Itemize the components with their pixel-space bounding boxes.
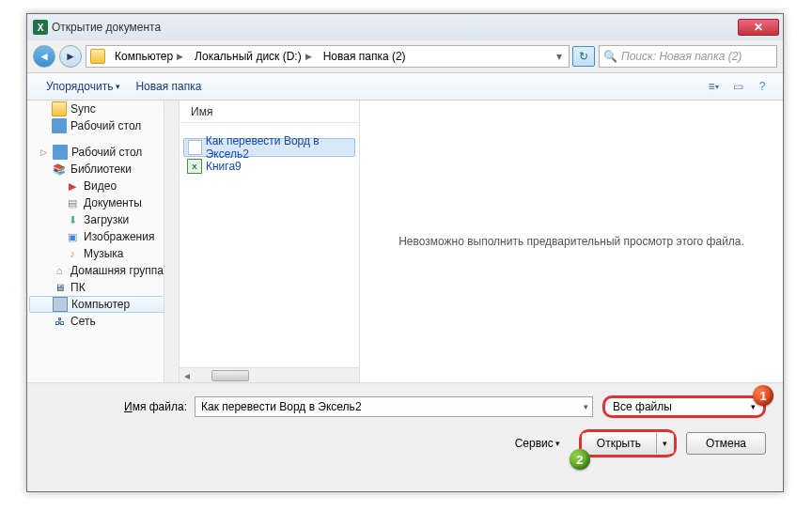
sidebar-item-images[interactable]: ▣Изображения — [27, 228, 179, 245]
breadcrumb-seg-1[interactable]: Локальный диск (D:) ▶ — [189, 50, 318, 63]
toolbar: Упорядочить ▾ Новая папка ≡ ▾ ▭ ? — [27, 72, 783, 101]
chevron-down-icon[interactable]: ▾ — [584, 402, 588, 411]
images-icon: ▣ — [65, 229, 80, 244]
sidebar-item-computer[interactable]: Компьютер — [29, 296, 177, 313]
refresh-button[interactable]: ↻ — [572, 46, 595, 67]
desktop-icon — [52, 118, 67, 133]
sidebar-item-sync[interactable]: Sync — [27, 101, 179, 117]
scrollbar-thumb[interactable] — [211, 370, 249, 381]
sidebar-item-libraries[interactable]: 📚Библиотеки — [27, 161, 179, 178]
pc-icon: 🖥 — [52, 280, 67, 295]
sidebar-group-desktop[interactable]: ▷Рабочий стол — [27, 144, 179, 161]
breadcrumb-seg-2[interactable]: Новая папка (2) — [318, 50, 412, 63]
forward-button[interactable]: ► — [59, 45, 82, 68]
downloads-icon: ⬇ — [65, 212, 80, 227]
sidebar-item-pc[interactable]: 🖥ПК — [27, 279, 179, 296]
breadcrumb[interactable]: Компьютер ▶ Локальный диск (D:) ▶ Новая … — [86, 45, 570, 68]
computer-icon — [53, 297, 68, 312]
annotation-badge-1: 1 — [753, 385, 773, 406]
excel-app-icon: X — [33, 20, 48, 35]
network-icon: 🖧 — [52, 314, 67, 329]
sidebar-item-video[interactable]: ▶Видео — [27, 178, 179, 194]
sidebar-item-desktop-fav[interactable]: Рабочий стол — [27, 117, 179, 134]
organize-button[interactable]: Упорядочить ▾ — [39, 76, 128, 97]
desktop-icon — [53, 145, 68, 160]
titlebar: X Открытие документа ✕ — [27, 14, 783, 40]
breadcrumb-seg-0[interactable]: Компьютер ▶ — [109, 50, 189, 63]
window-title: Открытие документа — [52, 21, 738, 34]
sidebar-scrollbar[interactable] — [164, 101, 179, 382]
sidebar-item-downloads[interactable]: ⬇Загрузки — [27, 211, 179, 228]
sidebar-item-network[interactable]: 🖧Сеть — [27, 313, 179, 330]
cancel-button[interactable]: Отмена — [686, 432, 766, 455]
chevron-down-icon[interactable]: ▾ — [751, 402, 756, 411]
close-button[interactable]: ✕ — [738, 19, 779, 36]
preview-message: Невозможно выполнить предварительный про… — [398, 235, 744, 248]
back-button[interactable]: ◄ — [33, 45, 55, 68]
help-button[interactable]: ? — [753, 78, 772, 95]
search-icon: 🔍 — [603, 50, 617, 63]
file-list: Имя Как перевести Ворд в Эксель2 X Книга… — [180, 101, 360, 382]
text-file-icon — [188, 140, 202, 155]
nav-bar: ◄ ► Компьютер ▶ Локальный диск (D:) ▶ Но… — [27, 40, 783, 72]
drive-icon — [90, 49, 105, 64]
search-placeholder: Поиск: Новая папка (2) — [621, 50, 742, 63]
column-header-name[interactable]: Имя — [180, 101, 359, 123]
folder-icon — [52, 101, 67, 116]
search-input[interactable]: 🔍 Поиск: Новая папка (2) — [599, 45, 777, 68]
documents-icon: ▤ — [65, 195, 80, 210]
annotation-badge-2: 2 — [570, 449, 590, 470]
tools-button[interactable]: Сервис ▾ — [515, 437, 560, 450]
file-type-filter[interactable]: Все файлы ▾ 1 — [602, 395, 766, 418]
filename-label: Имя файла: — [44, 400, 195, 413]
preview-pane: Невозможно выполнить предварительный про… — [360, 101, 783, 382]
preview-pane-button[interactable]: ▭ — [728, 78, 747, 95]
open-button[interactable]: Открыть ▾ 2 — [579, 429, 677, 457]
sidebar-item-homegroup[interactable]: ⌂Домашняя группа — [27, 262, 179, 279]
breadcrumb-dropdown-icon[interactable]: ▾ — [550, 50, 569, 63]
new-folder-button[interactable]: Новая папка — [128, 76, 209, 97]
video-icon: ▶ — [65, 178, 80, 194]
excel-file-icon: X — [187, 159, 202, 174]
dialog-body: Sync Рабочий стол ▷Рабочий стол 📚Библиот… — [27, 101, 783, 382]
filename-input[interactable]: Как перевести Ворд в Эксель2 ▾ — [195, 396, 593, 417]
file-row-selected[interactable]: Как перевести Ворд в Эксель2 — [183, 138, 355, 157]
libraries-icon: 📚 — [52, 162, 67, 177]
footer: Имя файла: Как перевести Ворд в Эксель2 … — [27, 384, 783, 457]
sidebar: Sync Рабочий стол ▷Рабочий стол 📚Библиот… — [27, 101, 180, 382]
open-file-dialog: X Открытие документа ✕ ◄ ► Компьютер ▶ Л… — [26, 13, 784, 492]
view-mode-button[interactable]: ≡ ▾ — [704, 78, 723, 95]
file-list-hscrollbar[interactable]: ◂ — [180, 367, 359, 382]
open-dropdown[interactable]: ▾ — [657, 433, 674, 454]
music-icon: ♪ — [65, 246, 80, 261]
sidebar-item-documents[interactable]: ▤Документы — [27, 194, 179, 211]
sidebar-item-music[interactable]: ♪Музыка — [27, 245, 179, 262]
homegroup-icon: ⌂ — [52, 263, 67, 278]
